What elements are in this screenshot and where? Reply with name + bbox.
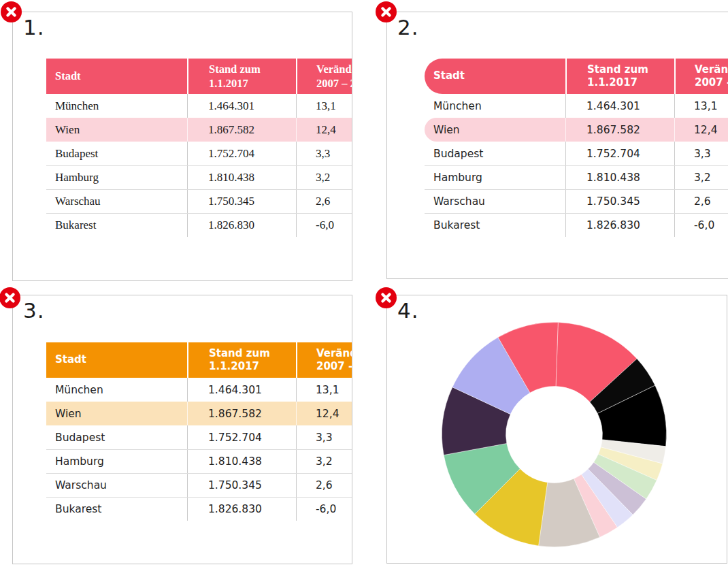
table-row: Warschau1.750.3452,6 bbox=[46, 473, 352, 497]
cell-population: 1.826.830 bbox=[565, 214, 674, 237]
column-header-2: Stand zum1.1.2017 bbox=[187, 342, 296, 378]
table-row: München1.464.30113,1 bbox=[46, 94, 352, 118]
cell-city: München bbox=[46, 378, 187, 402]
cell-change: 3,2 bbox=[296, 166, 352, 189]
cell-city: Hamburg bbox=[425, 166, 565, 189]
cell-change: 12,4 bbox=[296, 402, 352, 425]
cell-city: Bukarest bbox=[46, 498, 187, 521]
cell-city: Warschau bbox=[46, 474, 187, 497]
cell-population: 1.464.301 bbox=[565, 94, 674, 118]
column-header-3: Veränderung2007 - 2017 bbox=[296, 342, 352, 378]
column-header-1: Stadt bbox=[46, 342, 187, 378]
cell-change: 2,6 bbox=[296, 474, 352, 497]
cell-population: 1.750.345 bbox=[187, 190, 296, 213]
cell-city: Hamburg bbox=[46, 450, 187, 473]
close-button-panel-2[interactable] bbox=[376, 1, 397, 22]
table-row: Wien1.867.58212,4 bbox=[46, 118, 352, 142]
cell-population: 1.810.438 bbox=[565, 166, 674, 189]
cell-city: Bukarest bbox=[46, 214, 187, 237]
cell-population: 1.750.345 bbox=[565, 190, 674, 213]
cell-change: 13,1 bbox=[296, 94, 352, 118]
panel-3: 3. StadtStand zum1.1.2017Veränderung2007… bbox=[12, 295, 352, 564]
cell-city: Budapest bbox=[46, 142, 187, 165]
cell-city: Wien bbox=[425, 118, 565, 142]
cell-city: Warschau bbox=[425, 190, 565, 213]
cell-city: Bukarest bbox=[425, 214, 565, 237]
population-table-serif-red: StadtStand zum1.1.2017Veränderung2007 – … bbox=[46, 59, 352, 237]
table-row: Hamburg1.810.4383,2 bbox=[425, 165, 728, 189]
table-row: Hamburg1.810.4383,2 bbox=[46, 449, 352, 473]
cell-population: 1.810.438 bbox=[187, 450, 296, 473]
cell-change: 2,6 bbox=[296, 190, 352, 213]
table-row: Budapest1.752.7043,3 bbox=[46, 142, 352, 165]
panel-1-number: 1. bbox=[23, 15, 45, 39]
cell-change: -6,0 bbox=[674, 214, 728, 237]
cell-change: 3,2 bbox=[296, 450, 352, 473]
cell-change: 2,6 bbox=[674, 190, 728, 213]
cell-city: Budapest bbox=[425, 142, 565, 165]
panel-4: 4. bbox=[386, 295, 727, 564]
column-header-3: Veränderung2007 – 2017 bbox=[296, 59, 352, 94]
population-table-rounded-red: StadtStand zum1.1.2017Veränderung2007 - … bbox=[425, 59, 728, 237]
cell-population: 1.867.582 bbox=[187, 118, 296, 142]
cell-population: 1.826.830 bbox=[187, 498, 296, 521]
cell-city: Warschau bbox=[46, 190, 187, 213]
table-header-row: StadtStand zum1.1.2017Veränderung2007 - … bbox=[425, 59, 728, 94]
cell-population: 1.464.301 bbox=[187, 378, 296, 402]
population-table-orange: StadtStand zum1.1.2017Veränderung2007 - … bbox=[46, 342, 352, 521]
panel-3-number: 3. bbox=[23, 298, 45, 323]
close-button-panel-3[interactable] bbox=[0, 287, 20, 308]
cell-change: 3,3 bbox=[674, 142, 728, 165]
cell-population: 1.826.830 bbox=[187, 214, 296, 237]
close-button-panel-1[interactable] bbox=[1, 1, 22, 22]
table-row: Hamburg1.810.4383,2 bbox=[46, 165, 352, 189]
cell-city: Wien bbox=[46, 118, 187, 142]
table-header-row: StadtStand zum1.1.2017Veränderung2007 - … bbox=[46, 342, 352, 378]
table-row: Budapest1.752.7043,3 bbox=[46, 425, 352, 449]
cell-city: Budapest bbox=[46, 425, 187, 449]
cell-change: 13,1 bbox=[674, 94, 728, 118]
table-row: Wien1.867.58212,4 bbox=[425, 118, 728, 142]
column-header-3: Veränderung2007 - 2017 bbox=[674, 59, 728, 94]
panel-2: 2. StadtStand zum1.1.2017Veränderung2007… bbox=[386, 12, 728, 279]
column-header-1: Stadt bbox=[425, 59, 565, 94]
cell-city: Wien bbox=[46, 402, 187, 425]
cell-change: 3,3 bbox=[296, 425, 352, 449]
table-row: München1.464.30113,1 bbox=[425, 94, 728, 118]
cell-population: 1.810.438 bbox=[187, 166, 296, 189]
table-row: Bukarest1.826.830-6,0 bbox=[46, 213, 352, 237]
column-header-1: Stadt bbox=[46, 59, 187, 94]
cell-city: Hamburg bbox=[46, 166, 187, 189]
panel-2-number: 2. bbox=[397, 15, 419, 39]
cell-change: 3,3 bbox=[296, 142, 352, 165]
table-row: Warschau1.750.3452,6 bbox=[46, 189, 352, 213]
table-row: Bukarest1.826.830-6,0 bbox=[425, 213, 728, 237]
cell-population: 1.752.704 bbox=[565, 142, 674, 165]
donut-chart bbox=[387, 295, 727, 563]
cell-population: 1.752.704 bbox=[187, 142, 296, 165]
column-header-2: Stand zum1.1.2017 bbox=[187, 59, 296, 94]
cell-population: 1.867.582 bbox=[187, 402, 296, 425]
cell-change: 3,2 bbox=[674, 166, 728, 189]
cell-population: 1.464.301 bbox=[187, 94, 296, 118]
table-row: Budapest1.752.7043,3 bbox=[425, 142, 728, 165]
cell-change: 12,4 bbox=[296, 118, 352, 142]
cell-change: -6,0 bbox=[296, 498, 352, 521]
table-row: Warschau1.750.3452,6 bbox=[425, 189, 728, 213]
cell-population: 1.752.704 bbox=[187, 425, 296, 449]
column-header-2: Stand zum1.1.2017 bbox=[565, 59, 674, 94]
table-header-row: StadtStand zum1.1.2017Veränderung2007 – … bbox=[46, 59, 352, 94]
cell-population: 1.750.345 bbox=[187, 474, 296, 497]
cell-change: 13,1 bbox=[296, 378, 352, 402]
cell-city: München bbox=[425, 94, 565, 118]
cell-city: München bbox=[46, 94, 187, 118]
cell-change: 12,4 bbox=[674, 118, 728, 142]
table-row: München1.464.30113,1 bbox=[46, 378, 352, 402]
cell-change: -6,0 bbox=[296, 214, 352, 237]
table-row: Bukarest1.826.830-6,0 bbox=[46, 497, 352, 521]
panel-1: 1. StadtStand zum1.1.2017Veränderung2007… bbox=[12, 12, 352, 281]
table-row: Wien1.867.58212,4 bbox=[46, 402, 352, 425]
close-button-panel-4[interactable] bbox=[376, 287, 397, 308]
cell-population: 1.867.582 bbox=[565, 118, 674, 142]
